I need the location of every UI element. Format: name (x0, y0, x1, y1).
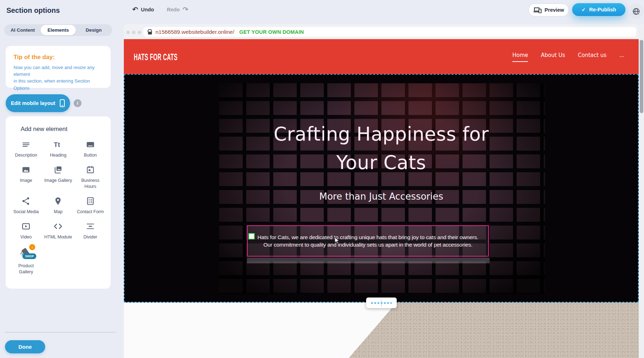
element-social-media[interactable]: Social Media (10, 195, 42, 215)
tab-ai-content[interactable]: AI Content (5, 25, 41, 35)
undo-icon[interactable]: ↶ (132, 6, 138, 13)
tip-body-line1: Now you can add, move and resize any ele… (14, 64, 103, 78)
tip-heading: Tip of the day: (14, 54, 103, 61)
element-divider[interactable]: Divider (74, 220, 106, 240)
lock-icon (148, 29, 152, 35)
mobile-phone-icon (60, 99, 65, 107)
redo-button[interactable]: Redo (167, 7, 180, 12)
redo-icon[interactable]: ↷ (183, 6, 188, 13)
edit-mobile-layout-label: Edit mobile layout (11, 100, 56, 106)
check-icon: ✓ (581, 7, 586, 12)
tab-elements[interactable]: Elements (41, 25, 76, 35)
window-dot (138, 31, 141, 34)
tiled-floor-image (124, 302, 639, 358)
site-url[interactable]: n1566589.websitebuilder.online/ (155, 29, 234, 35)
element-drag-handle[interactable] (248, 233, 255, 239)
republish-label: Re-Publish (589, 7, 616, 12)
button-icon (86, 138, 95, 151)
description-icon (21, 138, 31, 151)
republish-button[interactable]: ✓ Re-Publish (572, 3, 625, 16)
mouse-cursor (334, 237, 340, 244)
tab-design[interactable]: Design (76, 25, 111, 35)
element-product-gallery[interactable]: SHOP ↑ Product Gallery (10, 246, 42, 275)
arrow-up-icon: ↑ (380, 304, 382, 307)
site-nav: Home About Us Contact us ... (512, 52, 624, 62)
site-logo[interactable]: HATS FOR CATS (134, 52, 178, 63)
element-drop-shadow (247, 258, 490, 263)
sidebar-divider (5, 332, 116, 332)
heading-icon: Tt (53, 138, 63, 151)
language-globe-button[interactable] (629, 4, 644, 19)
nav-more[interactable]: ... (619, 52, 624, 61)
section-resize-handle[interactable]: ↓ ↑ (366, 298, 397, 308)
address-bar[interactable]: n1566589.websitebuilder.online/ GET YOUR… (143, 27, 636, 37)
window-dot (126, 31, 130, 34)
element-grid: Description Tt Heading Button (6, 138, 111, 275)
element-contact-form[interactable]: Contact Form (74, 195, 106, 215)
next-section-preview[interactable] (124, 302, 639, 358)
nav-about-us[interactable]: About Us (541, 52, 565, 61)
divider-icon (86, 220, 95, 232)
scrollbar-thumb[interactable] (640, 40, 643, 113)
add-new-element-card: Add new element Description Tt Heading (6, 116, 111, 289)
product-gallery-icon: SHOP ↑ (18, 246, 34, 261)
devices-icon (533, 7, 542, 13)
site-canvas: n1566589.websitebuilder.online/ GET YOUR… (124, 24, 639, 358)
description-element-selected[interactable]: Hats for Cats, we are dedicated to craft… (247, 225, 489, 257)
add-element-heading: Add new element (21, 126, 111, 133)
edit-mobile-layout-button[interactable]: Edit mobile layout (6, 94, 70, 112)
browser-chrome: n1566589.websitebuilder.online/ GET YOUR… (124, 24, 639, 39)
site-header[interactable]: HATS FOR CATS Home About Us Contact us .… (124, 39, 639, 74)
element-image-gallery[interactable]: Image Gallery (42, 164, 74, 189)
undo-button[interactable]: Undo (141, 7, 154, 12)
panel-title: Section options (6, 6, 60, 15)
nav-contact-us[interactable]: Contact us (578, 52, 606, 61)
section-options-panel: Section options AI Content Elements Desi… (0, 0, 116, 358)
video-icon (21, 220, 31, 232)
image-icon (21, 164, 31, 176)
contact-form-icon (86, 195, 95, 207)
upgrade-arrow-icon: ↑ (29, 244, 35, 250)
element-image[interactable]: Image (10, 164, 42, 189)
page-scrollbar (639, 24, 644, 358)
element-business-hours[interactable]: Business Hours (74, 164, 106, 189)
globe-icon (632, 7, 640, 16)
tip-of-the-day-card: Tip of the day: Now you can add, move an… (6, 46, 111, 88)
hero-subheading[interactable]: More than Just Accessories (124, 191, 639, 202)
svg-text:Tt: Tt (54, 141, 60, 148)
element-heading[interactable]: Tt Heading (42, 138, 74, 158)
tip-body-line2: in this section, when entering Section O… (14, 78, 103, 91)
element-html-module[interactable]: HTML Module (42, 220, 74, 240)
window-dot (132, 31, 136, 34)
shop-badge: SHOP (22, 253, 36, 259)
map-icon (53, 195, 63, 207)
image-gallery-icon (53, 164, 63, 176)
element-map[interactable]: Map (42, 195, 74, 215)
info-icon[interactable]: i (74, 99, 81, 107)
window-dots (126, 31, 141, 34)
preview-button[interactable]: Preview (528, 4, 569, 16)
element-video[interactable]: Video (10, 220, 42, 240)
html-module-icon (53, 220, 63, 232)
element-description[interactable]: Description (10, 138, 42, 158)
nav-home[interactable]: Home (512, 52, 528, 62)
done-button[interactable]: Done (5, 340, 45, 353)
get-domain-link[interactable]: GET YOUR OWN DOMAIN (239, 29, 304, 35)
history-controls: ↶ Undo Redo ↷ (132, 6, 188, 13)
social-media-icon (21, 195, 31, 207)
hero-heading[interactable]: Crafting Happiness for Your Cats (236, 120, 527, 177)
hero-section-selected[interactable]: Crafting Happiness for Your Cats More th… (124, 74, 639, 302)
business-hours-icon (86, 164, 95, 176)
panel-tabs: AI Content Elements Design (4, 24, 112, 36)
preview-label: Preview (545, 7, 564, 13)
arrow-down-icon: ↓ (380, 299, 382, 302)
element-button[interactable]: Button (74, 138, 106, 158)
